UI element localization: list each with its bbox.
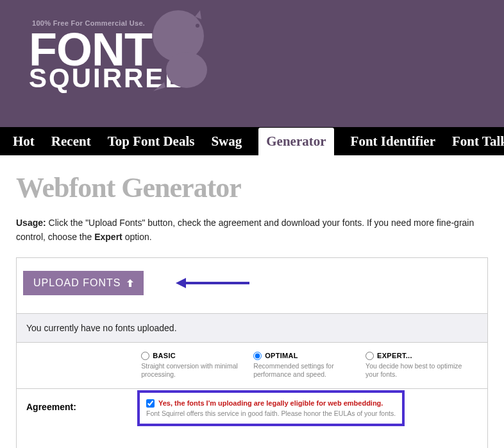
option-optimal-desc: Recommended settings for performance and… <box>253 362 356 379</box>
pointer-arrow-icon <box>176 278 249 288</box>
nav-recent[interactable]: Recent <box>51 134 91 150</box>
nav-font-talk[interactable]: Font Talk <box>452 134 504 150</box>
usage-body1: Click the "Upload Fonts" button, check t… <box>16 218 474 242</box>
upload-arrow-icon <box>127 279 133 287</box>
main-nav: Hot Recent Top Font Deals Swag Generator… <box>0 127 504 155</box>
generator-panel: UPLOAD FONTS You currently have no fonts… <box>16 257 488 448</box>
nav-generator[interactable]: Generator <box>258 128 333 155</box>
nav-font-identifier[interactable]: Font Identifier <box>351 134 435 150</box>
radio-basic[interactable] <box>141 352 149 360</box>
upload-button-label: UPLOAD FONTS <box>33 277 121 289</box>
nav-top-font-deals[interactable]: Top Font Deals <box>108 134 195 150</box>
nav-swag[interactable]: Swag <box>211 134 242 150</box>
option-expert: EXPERT... You decide how best to optimiz… <box>365 352 478 379</box>
status-prefix: You currently have <box>26 323 103 333</box>
page-title: Webfont Generator <box>16 171 488 204</box>
content-area: Webfont Generator Usage: Click the "Uplo… <box>0 155 504 448</box>
status-count: no fonts uploaded. <box>103 323 176 333</box>
agreement-checkbox[interactable] <box>146 399 155 408</box>
option-expert-title: EXPERT... <box>377 352 412 359</box>
option-basic: BASIC Straight conversion with minimal p… <box>141 352 253 379</box>
squirrel-icon <box>151 9 212 92</box>
upload-status: You currently have no fonts uploaded. <box>17 313 487 343</box>
agreement-text: Yes, the fonts I'm uploading are legally… <box>158 399 383 407</box>
agreement-row: Agreement: Yes, the fonts I'm uploading … <box>17 389 487 442</box>
mode-options-row: BASIC Straight conversion with minimal p… <box>17 343 487 389</box>
option-optimal-title: OPTIMAL <box>265 352 298 359</box>
logo[interactable]: FONT SQUIRREL <box>29 28 475 92</box>
svg-point-1 <box>166 52 207 88</box>
radio-expert[interactable] <box>365 352 374 360</box>
option-optimal: OPTIMAL Recommended settings for perform… <box>253 352 365 379</box>
option-basic-title: BASIC <box>153 352 176 359</box>
option-basic-desc: Straight conversion with minimal process… <box>141 362 244 379</box>
agreement-label: Agreement: <box>26 402 145 426</box>
radio-optimal[interactable] <box>253 352 262 360</box>
svg-point-2 <box>196 24 199 28</box>
agreement-subtext: Font Squirrel offers this service in goo… <box>146 409 396 417</box>
hero-banner: 100% Free For Commercial Use. FONT SQUIR… <box>0 0 504 127</box>
usage-prefix: Usage: <box>16 218 46 228</box>
usage-expert: Expert <box>94 232 122 242</box>
nav-hot[interactable]: Hot <box>13 134 35 150</box>
usage-text: Usage: Click the "Upload Fonts" button, … <box>16 216 488 245</box>
upload-fonts-button[interactable]: UPLOAD FONTS <box>23 271 144 295</box>
agreement-highlight-box: Yes, the fonts I'm uploading are legally… <box>137 390 405 426</box>
usage-body2: option. <box>122 232 152 242</box>
option-expert-desc: You decide how best to optimize your fon… <box>365 362 468 379</box>
upload-row: UPLOAD FONTS <box>17 258 487 313</box>
